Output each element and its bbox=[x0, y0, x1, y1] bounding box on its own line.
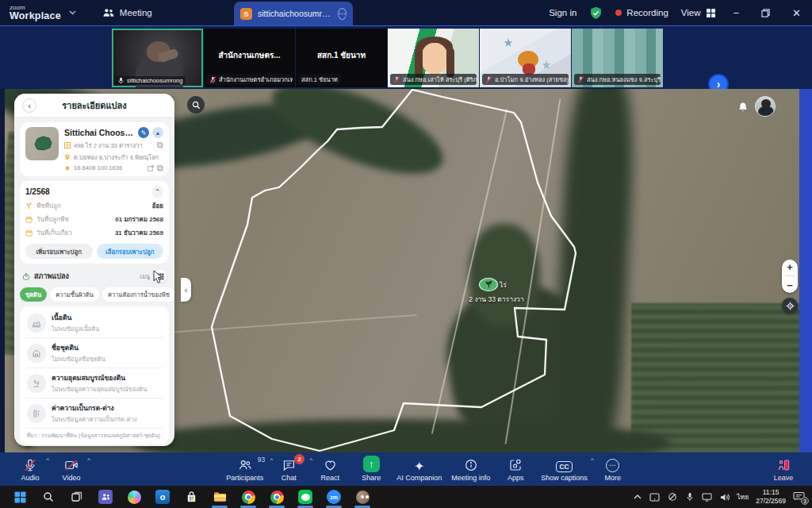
title-bar: zoom Workplace Meeting S sittichaichoosu… bbox=[0, 0, 812, 25]
recording-indicator[interactable]: Recording bbox=[615, 8, 668, 17]
soil-info-card: เนื้อดิน ไม่พบข้อมูลเนื้อดิน ชื่อชุดดิน … bbox=[20, 306, 169, 444]
video-tile-speaker[interactable]: sittichaichoosumrong bbox=[112, 29, 203, 87]
back-button[interactable]: ‹ bbox=[22, 98, 36, 113]
panel-collapse-handle[interactable]: ‹ bbox=[181, 278, 191, 302]
meeting-info-button[interactable]: Meeting info bbox=[446, 452, 495, 486]
outlook-icon[interactable]: o bbox=[154, 488, 171, 506]
more-label: More bbox=[605, 474, 622, 482]
system-tray: ไทย 11:15 27/2/2569 3 bbox=[632, 488, 806, 505]
soil-series-icon bbox=[27, 344, 46, 363]
copy-icon[interactable] bbox=[157, 142, 163, 148]
apps-button[interactable]: Apps bbox=[495, 452, 536, 486]
video-tile-5[interactable]: อ.ป่าโมก จ.อ่างทอง (สายชล) bbox=[480, 29, 571, 87]
display-icon[interactable] bbox=[702, 492, 712, 502]
language-indicator[interactable]: ไทย bbox=[737, 491, 749, 502]
muted-mic-icon bbox=[23, 457, 37, 472]
chrome-icon-2[interactable] bbox=[268, 488, 285, 506]
map-search-button[interactable] bbox=[187, 96, 205, 114]
notification-center-button[interactable]: 3 bbox=[793, 491, 806, 502]
captions-button[interactable]: ^ CC Show captions bbox=[536, 452, 592, 486]
more-button[interactable]: ⋯ More bbox=[592, 452, 634, 486]
plant-date-value: 01 มกราคม 2568 bbox=[115, 214, 163, 225]
taskbar-search-icon[interactable] bbox=[40, 488, 57, 506]
owner-card[interactable]: Sittichai Choosumrong ✎ ▲ 498 ไร่ 2 งาน … bbox=[20, 122, 169, 176]
view-button[interactable]: View bbox=[681, 8, 716, 18]
item-title: เนื้อดิน bbox=[52, 312, 100, 323]
participants-button[interactable]: 93 ^ Participants bbox=[221, 452, 268, 486]
microsoft-store-icon[interactable] bbox=[182, 488, 200, 506]
audio-button[interactable]: ^ Audio bbox=[10, 452, 51, 486]
add-crop-cycle-button[interactable]: เพิ่มรอบเพาะปลูก bbox=[25, 244, 93, 259]
tablet-mode-icon[interactable] bbox=[649, 492, 660, 502]
item-title: ชื่อชุดดิน bbox=[52, 342, 105, 353]
zoom-out-button[interactable]: − bbox=[787, 279, 793, 291]
tab-meeting[interactable]: Meeting bbox=[103, 8, 152, 17]
soil-texture-icon bbox=[27, 314, 46, 333]
open-external-icon[interactable] bbox=[147, 165, 154, 171]
tab-crop-water-need[interactable]: ความต้องการน้ำของพืช bbox=[102, 287, 174, 302]
season-label: 1/2568 bbox=[25, 187, 50, 196]
locate-me-button[interactable] bbox=[782, 298, 798, 314]
minimize-button[interactable]: − bbox=[729, 7, 745, 19]
clock[interactable]: 11:15 27/2/2569 bbox=[756, 488, 786, 505]
copy-icon[interactable] bbox=[157, 165, 163, 171]
task-view-icon[interactable] bbox=[68, 488, 86, 506]
security-shield-icon[interactable] bbox=[589, 6, 603, 20]
list-item-soil-series-name[interactable]: ชื่อชุดดิน ไม่พบข้อมูลชื่อชุดดิน bbox=[25, 338, 163, 368]
tab-surface-moisture[interactable]: ความชื้นผิวดิน bbox=[50, 287, 99, 302]
edit-field-button[interactable]: ✎ bbox=[138, 127, 149, 138]
date: 27/2/2569 bbox=[756, 497, 786, 506]
tray-mic-icon[interactable] bbox=[684, 492, 695, 502]
line-app-icon[interactable] bbox=[297, 488, 314, 506]
share-button[interactable]: ↑ Share bbox=[350, 452, 392, 486]
video-tile-2[interactable]: สำนักงานเกษตร... สำนักงานเกษตรอำเภอมวกเห… bbox=[204, 29, 295, 87]
hidden-item-icon[interactable] bbox=[667, 492, 677, 502]
file-explorer-icon[interactable] bbox=[211, 488, 228, 506]
audio-options-chevron[interactable]: ^ bbox=[46, 456, 49, 464]
notifications-bell-icon[interactable] bbox=[737, 102, 749, 113]
tab-shared-screen[interactable]: S sittichaichoosumrong's screen ⋯ bbox=[234, 2, 353, 25]
tab-soil-series[interactable]: ชุดดิน bbox=[20, 287, 47, 302]
zoom-in-button[interactable]: + bbox=[787, 261, 793, 273]
list-item-soil-texture[interactable]: เนื้อดิน ไม่พบข้อมูลเนื้อดิน bbox=[25, 308, 163, 338]
teams-icon[interactable] bbox=[97, 488, 114, 506]
field-coordinates: 16.6408 100.1636 bbox=[74, 164, 122, 171]
list-item-soil-fertility[interactable]: ความอุดมสมบูรณ์ของดิน ไม่พบข้อมูลความอุด… bbox=[25, 368, 163, 398]
item-subtitle: ไม่พบข้อมูลความอุดมสมบูรณ์ของดิน bbox=[52, 384, 147, 394]
gimp-icon[interactable] bbox=[354, 488, 371, 506]
leave-button[interactable]: Leave bbox=[763, 452, 804, 486]
video-options-chevron[interactable]: ^ bbox=[87, 456, 90, 464]
user-avatar[interactable] bbox=[755, 96, 776, 117]
chevron-down-icon[interactable] bbox=[69, 10, 76, 15]
collapse-section-button[interactable]: ⌃ bbox=[151, 186, 163, 198]
map-zoom-control: + − bbox=[782, 260, 798, 293]
restore-button[interactable] bbox=[756, 9, 775, 17]
area-icon bbox=[64, 142, 71, 148]
video-tile-3[interactable]: สสก.1 ชัยนาท สสก.1 ชัยนาท bbox=[296, 29, 387, 87]
close-button[interactable]: ✕ bbox=[787, 7, 806, 19]
chat-button[interactable]: 2 ^ Chat bbox=[268, 452, 309, 486]
heart-icon bbox=[323, 457, 338, 472]
menu-label[interactable]: เมนู bbox=[140, 271, 150, 281]
zoom-app-icon[interactable]: zm bbox=[325, 488, 343, 506]
share-screen-icon: ↑ bbox=[363, 456, 380, 472]
copilot-icon[interactable] bbox=[125, 488, 143, 506]
video-button[interactable]: ^ Video bbox=[51, 452, 92, 486]
chrome-icon[interactable] bbox=[239, 488, 257, 506]
volume-icon[interactable] bbox=[719, 492, 730, 502]
field-marker[interactable]: ไร่ bbox=[479, 278, 507, 291]
tray-expand-chevron[interactable] bbox=[632, 492, 642, 502]
participants-icon bbox=[237, 457, 253, 472]
video-tile-4[interactable]: สนง.กษอ.เสาไห้ สระบุรี (ศิริภา) bbox=[388, 29, 479, 87]
export-field-button[interactable]: ▲ bbox=[152, 127, 163, 138]
satellite-map[interactable]: ไร่ 2 งาน 33 ตารางวา + − ‹ bbox=[5, 89, 799, 452]
sign-in-button[interactable]: Sign in bbox=[549, 8, 576, 17]
start-button[interactable] bbox=[11, 488, 29, 506]
ai-companion-button[interactable]: ✦ AI Companion bbox=[392, 452, 446, 486]
item-title: ค่าความเป็นกรด-ด่าง bbox=[52, 402, 137, 414]
select-crop-cycle-button[interactable]: เลือกรอบเพาะปลูก bbox=[97, 244, 164, 259]
tab-options-icon[interactable]: ⋯ bbox=[338, 8, 347, 20]
react-button[interactable]: React bbox=[309, 452, 350, 486]
video-tile-6[interactable]: สนง.กษอ.หนองแซง จ.สระบุรี... bbox=[572, 29, 663, 87]
list-item-soil-ph[interactable]: ค่าความเป็นกรด-ด่าง ไม่พบข้อมูลค่าความเป… bbox=[25, 398, 163, 429]
